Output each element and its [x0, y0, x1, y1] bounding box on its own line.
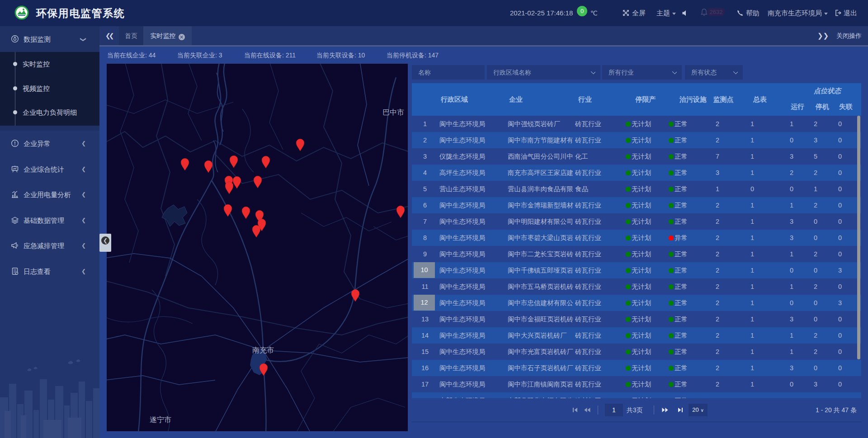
chevron-left-icon: ❮ — [81, 156, 86, 182]
org-menu[interactable]: 南充市生态环境局 — [768, 0, 828, 26]
tab-close-icon[interactable]: ✕ — [179, 34, 185, 40]
table-row[interactable]: 12阆中生态环境局阆中市忠信建材有限公砖瓦行业无计划正常21003 — [412, 295, 861, 311]
fullscreen-icon[interactable] — [622, 9, 630, 17]
table-row[interactable]: 10阆中生态环境局阆中千佛镇五郎垭页岩砖瓦行业无计划正常21003 — [412, 262, 861, 278]
column-subheader[interactable]: 停机 — [816, 103, 829, 111]
column-header[interactable]: 停限产 — [636, 95, 656, 104]
status-dot-icon — [669, 187, 674, 192]
map-pin-icon[interactable] — [180, 157, 189, 170]
sidebar-item[interactable]: 日志查看❮ — [0, 259, 99, 284]
sidebar-item[interactable]: 应急减排管理❮ — [0, 233, 99, 259]
map-pin-icon[interactable] — [396, 205, 405, 217]
column-subheader[interactable]: 运行 — [791, 103, 804, 111]
table-row[interactable]: 1阆中生态环境局阆中强锐页岩砖厂砖瓦行业无计划正常21120 — [412, 116, 861, 132]
cell-halt: 2 — [814, 278, 817, 295]
last-page-icon[interactable] — [677, 398, 684, 422]
table-row[interactable]: 11阆中生态环境局阆中市五马桥页岩机砖砖瓦行业无计划正常21120 — [412, 278, 861, 295]
page-number-input[interactable] — [605, 404, 623, 416]
map-pin-icon[interactable] — [251, 224, 260, 236]
fullscreen-button[interactable]: 全屏 — [632, 0, 646, 26]
filter-industry-select[interactable]: 所有行业 — [602, 65, 682, 80]
table-row[interactable]: 17阆中生态环境局阆中市江南镇阆南页岩砖瓦行业无计划正常21030 — [412, 376, 861, 392]
column-header[interactable]: 总表 — [753, 95, 767, 104]
tabs-scroll-left-icon[interactable]: ❮❮ — [105, 26, 112, 45]
tab-realtime-monitor[interactable]: 实时监控✕ — [143, 26, 192, 45]
filter-status-select[interactable]: 所有状态 — [685, 65, 743, 80]
cell-run: 1 — [790, 197, 793, 213]
table-row[interactable]: 13阆中生态环境局阆中市金福旺页岩机砖砖瓦行业无计划正常21300 — [412, 311, 861, 327]
table-row[interactable]: 3仪陇生态环境局西南油气田分公司川中化工无计划正常71350 — [412, 148, 861, 165]
cell-total: 1 — [750, 132, 754, 148]
map-pin-icon[interactable] — [350, 288, 359, 301]
map-pin-icon[interactable] — [224, 181, 233, 193]
sidebar-subitem[interactable]: 实时监控 — [23, 57, 50, 71]
first-page-icon[interactable] — [571, 398, 579, 422]
chevron-left-icon: ❮ — [81, 207, 86, 233]
table-row[interactable]: 8阆中生态环境局阆中市枣碧大梁山页岩砖瓦行业无计划异常21300 — [412, 230, 861, 246]
close-operations-button[interactable]: 关闭操作 — [836, 26, 862, 45]
sidebar-item[interactable]: 企业异常❮ — [0, 131, 99, 156]
sidebar-item-data-monitor[interactable]: 数据监测 ❯ — [0, 26, 99, 52]
cell-region: 阆中生态环境局 — [439, 376, 486, 392]
sidebar-item[interactable]: 企业用电量分析❮ — [0, 182, 99, 207]
map-pin-icon[interactable] — [203, 160, 212, 172]
map-pin-icon[interactable] — [259, 363, 268, 375]
panel-collapse-handle[interactable]: ❮ — [99, 234, 111, 252]
prev-page-icon[interactable] — [583, 398, 592, 422]
sidebar-item[interactable]: 企业综合统计❮ — [0, 156, 99, 182]
cell-halt: 5 — [814, 148, 817, 165]
cell-industry: 砖瓦行业 — [575, 116, 601, 132]
table-row[interactable]: 4高坪生态环境局南充市高坪区王家店建砖瓦行业无计划正常31220 — [412, 165, 861, 181]
column-subheader[interactable]: 失联 — [839, 103, 853, 111]
cell-stop-plan: 无计划 — [632, 165, 651, 181]
filter-region-select[interactable]: 行政区域名称 — [487, 65, 600, 80]
column-header[interactable]: 监测点 — [713, 95, 734, 104]
map-pin-icon[interactable] — [229, 155, 238, 167]
table-row[interactable]: 15阆中生态环境局阆中市光富页岩机砖厂砖瓦行业无计划正常21120 — [412, 344, 861, 360]
logout-icon — [835, 9, 842, 16]
page-size-select[interactable]: 20 ∨ — [689, 404, 708, 416]
map-pin-icon[interactable] — [241, 206, 250, 218]
speaker-icon[interactable] — [682, 10, 688, 16]
sidebar-subitem[interactable]: 企业电力负荷明细 — [23, 106, 77, 119]
next-page-icon[interactable] — [660, 398, 670, 422]
table-row[interactable]: 9阆中生态环境局阆中市二龙长宝页岩砖砖瓦行业无计划正常21120 — [412, 246, 861, 262]
column-header[interactable]: 行政区域 — [441, 95, 468, 104]
table-row[interactable]: 7阆中生态环境局阆中明阳建材有限公司砖瓦行业无计划正常21300 — [412, 213, 861, 230]
map[interactable]: 巴中市南充市遂宁市 — [107, 64, 408, 431]
map-pin-icon[interactable] — [223, 203, 232, 216]
table-scrollbar[interactable] — [857, 116, 860, 359]
column-header[interactable]: 行业 — [578, 95, 592, 104]
cell-stop-plan: 无计划 — [632, 392, 651, 398]
sidebar-subitem[interactable]: 视频监控 — [23, 82, 50, 95]
cell-lost: 0 — [838, 344, 842, 360]
stat-item: 当前失联企业: 3 — [177, 47, 222, 64]
tabs-scroll-right-icon[interactable]: ❯❯ — [817, 26, 829, 45]
tab-home[interactable]: 首页 — [119, 26, 143, 45]
help-button[interactable]: 帮助 — [746, 0, 760, 26]
table-row[interactable]: 18南部生态环境局南部县双华山河有限公建材加工无计划正常61030 — [412, 392, 861, 398]
table-row[interactable]: 6阆中生态环境局阆中市金博瑞新型墙材砖瓦行业无计划正常21120 — [412, 197, 861, 213]
table-row[interactable]: 14阆中生态环境局阆中大兴页岩机砖厂砖瓦行业无计划正常21120 — [412, 327, 861, 344]
table-row[interactable]: 2阆中生态环境局阆中市南方节能建材有砖瓦行业无计划正常21030 — [412, 132, 861, 148]
cell-industry: 砖瓦行业 — [575, 262, 601, 278]
cell-index: 3 — [423, 148, 427, 165]
map-pin-icon[interactable] — [253, 175, 262, 187]
map-pin-icon[interactable] — [261, 155, 270, 167]
status-dot-icon — [626, 122, 631, 127]
table-row[interactable]: 5营山生态环境局营山县润丰肉食品有限食品无计划正常10010 — [412, 181, 861, 197]
notice-count-badge[interactable]: 2632 — [707, 8, 725, 16]
cell-total: 0 — [750, 181, 754, 197]
map-pin-icon[interactable] — [295, 138, 304, 150]
table-row[interactable]: 16阆中生态环境局阆中市石子页岩机砖厂砖瓦行业无计划正常21300 — [412, 360, 861, 376]
logout-button[interactable]: 退出 — [844, 0, 857, 26]
bell-icon[interactable] — [701, 9, 708, 16]
column-header[interactable]: 治污设施 — [679, 95, 707, 104]
range-label: 1 - 20 共 47 条 — [816, 398, 857, 422]
column-header[interactable]: 企业 — [509, 95, 523, 104]
status-dot-icon — [626, 219, 631, 224]
theme-menu[interactable]: 主题 — [656, 0, 676, 26]
sidebar-item[interactable]: 基础数据管理❮ — [0, 207, 99, 233]
cell-facility: 正常 — [675, 327, 688, 344]
filter-name-input[interactable]: 名称 — [412, 65, 485, 80]
